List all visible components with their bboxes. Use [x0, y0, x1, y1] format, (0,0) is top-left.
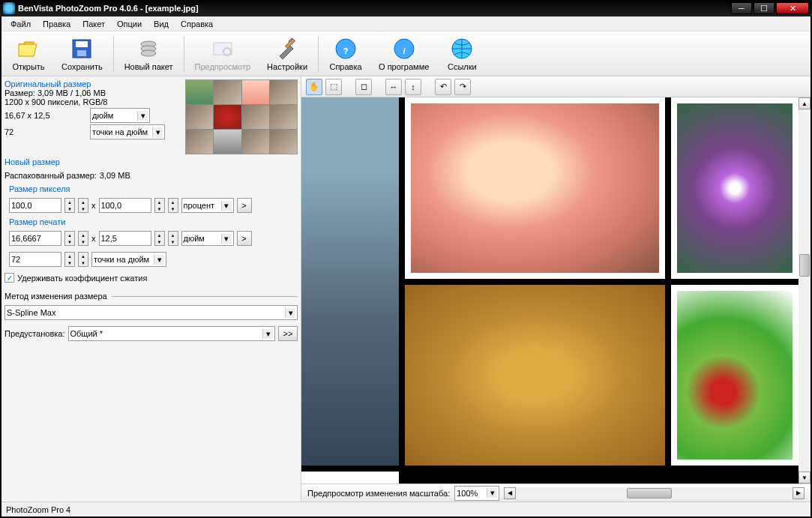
print-unit-select[interactable]: дюйм▾: [181, 231, 234, 246]
menu-batch[interactable]: Пакет: [76, 18, 111, 30]
preview-button[interactable]: Предпросмотр: [189, 35, 257, 73]
horizontal-scrollbar[interactable]: ◀ ▶: [504, 487, 805, 499]
folder-open-icon: [16, 37, 40, 61]
links-button[interactable]: Ссылки: [439, 35, 484, 73]
status-text: PhotoZoom Pro 4: [6, 505, 70, 514]
tools-icon: [275, 37, 299, 61]
arrow-v-icon: ↕: [411, 82, 415, 91]
newbatch-button[interactable]: Новый пакет: [118, 35, 179, 73]
close-button[interactable]: ✕: [776, 2, 809, 14]
batch-icon: [136, 37, 160, 61]
original-size-value: Размер: 3,09 MB / 1,06 MB: [4, 88, 181, 97]
orig-phys-unit-select[interactable]: дюйм▾: [90, 108, 150, 123]
original-resolution: 72: [4, 127, 87, 136]
spinner[interactable]: ▲▼: [78, 198, 88, 213]
orig-res-unit-select[interactable]: точки на дюйм▾: [90, 124, 165, 139]
resolution-unit-select[interactable]: точки на дюйм▾: [91, 252, 166, 267]
x-label: x: [91, 201, 96, 210]
svg-point-5: [141, 50, 156, 56]
zoom-bar: Предпросмотр изменения масштаба: 100%▾ ◀…: [301, 484, 811, 502]
resize-method-select[interactable]: S-Spline Max▾: [4, 305, 298, 320]
save-icon: [70, 37, 94, 61]
chevron-down-icon: ▾: [487, 488, 497, 498]
spinner[interactable]: ▲▼: [168, 231, 178, 246]
scroll-right-button[interactable]: ▶: [793, 487, 805, 499]
separator: [318, 36, 319, 72]
pixel-width-input[interactable]: [9, 198, 61, 213]
scroll-up-button[interactable]: ▲: [799, 97, 811, 109]
pixel-unit-select[interactable]: процент▾: [181, 198, 234, 213]
settings-button[interactable]: Настройки: [261, 35, 313, 73]
menu-view[interactable]: Вид: [148, 18, 175, 30]
spinner[interactable]: ▲▼: [64, 198, 75, 213]
vertical-scrollbar[interactable]: ▲ ▼: [799, 97, 811, 484]
resize-method-title: Метод изменения размера: [4, 292, 107, 301]
thumbnail-preview[interactable]: [185, 79, 298, 154]
spinner[interactable]: ▲▼: [64, 231, 75, 246]
hand-tool[interactable]: ✋: [306, 79, 322, 95]
scroll-thumb[interactable]: [799, 254, 810, 277]
chevron-down-icon: ▾: [154, 255, 164, 265]
globe-icon: [450, 37, 474, 61]
preset-select[interactable]: Общий *▾: [68, 326, 276, 341]
spinner[interactable]: ▲▼: [168, 198, 178, 213]
preset-label: Предустановка:: [4, 329, 65, 338]
chevron-down-icon: ▾: [137, 111, 148, 121]
open-button[interactable]: Открыть: [6, 35, 51, 73]
svg-rect-1: [76, 41, 88, 47]
preset-more-button[interactable]: >>: [278, 326, 298, 341]
spinner[interactable]: ▲▼: [78, 231, 88, 246]
scroll-thumb[interactable]: [627, 488, 672, 499]
flip-v-tool[interactable]: ↕: [405, 79, 421, 95]
apply-button[interactable]: >: [237, 198, 252, 213]
spinner[interactable]: ▲▼: [154, 198, 165, 213]
image-region: [405, 97, 665, 279]
save-button[interactable]: Сохранить: [55, 35, 109, 73]
about-button[interactable]: i О программе: [373, 35, 435, 73]
scroll-down-button[interactable]: ▼: [799, 472, 811, 484]
print-width-input[interactable]: [9, 231, 61, 246]
image-region: [405, 285, 665, 466]
preview-label: Предпросмотр: [195, 62, 251, 71]
minimize-button[interactable]: ─: [731, 2, 752, 14]
help-icon: ?: [334, 37, 358, 61]
settings-label: Настройки: [267, 62, 307, 71]
x-label: x: [91, 234, 96, 243]
resolution-input[interactable]: [9, 252, 61, 267]
spinner[interactable]: ▲▼: [64, 252, 75, 267]
spinner[interactable]: ▲▼: [154, 231, 165, 246]
keep-ratio-checkbox[interactable]: ✓: [4, 273, 14, 283]
original-dimensions: 1200 x 900 пиксели, RGB/8: [4, 97, 181, 106]
preview-canvas[interactable]: ▲ ▼: [301, 97, 811, 484]
svg-text:?: ?: [343, 46, 349, 55]
links-label: Ссылки: [448, 62, 477, 71]
menu-edit[interactable]: Правка: [37, 18, 76, 30]
redo-button[interactable]: ↷: [454, 79, 471, 95]
separator: [113, 36, 114, 72]
crop-tool[interactable]: ◻: [355, 79, 372, 95]
zoom-select[interactable]: 100%▾: [454, 486, 499, 501]
unpacked-value: 3,09 MB: [100, 171, 130, 180]
original-phys-size: 16,67 x 12,5: [4, 111, 87, 120]
undo-button[interactable]: ↶: [435, 79, 451, 95]
pixel-height-input[interactable]: [99, 198, 151, 213]
scroll-left-button[interactable]: ◀: [504, 487, 516, 499]
new-size-title: Новый размер: [4, 157, 298, 166]
image-region: [671, 97, 799, 279]
select-tool[interactable]: ⬚: [325, 79, 342, 95]
help-button[interactable]: ? Справка: [323, 35, 368, 73]
maximize-button[interactable]: ☐: [754, 2, 775, 14]
arrow-h-icon: ↔: [390, 82, 398, 91]
print-height-input[interactable]: [99, 231, 151, 246]
menu-options[interactable]: Опции: [111, 18, 148, 30]
apply-button[interactable]: >: [237, 231, 252, 246]
menu-file[interactable]: Файл: [4, 18, 37, 30]
left-panel: Оригинальный размер Размер: 3,09 MB / 1,…: [1, 76, 301, 502]
menu-help[interactable]: Справка: [175, 18, 219, 30]
image-region: [671, 285, 799, 466]
spinner[interactable]: ▲▼: [78, 252, 88, 267]
pixel-size-title: Размер пикселя: [9, 184, 298, 193]
flip-h-tool[interactable]: ↔: [385, 79, 402, 95]
marquee-icon: ⬚: [330, 82, 337, 91]
chevron-down-icon: ▾: [221, 201, 232, 211]
